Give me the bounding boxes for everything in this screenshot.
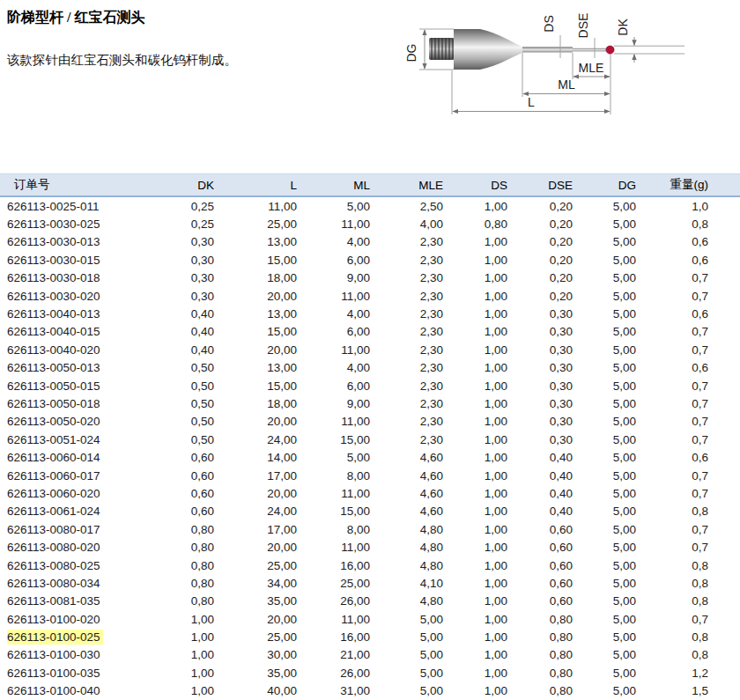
table-row: 626113-0050-0200,5020,0011,002,301,000,3… <box>0 413 740 431</box>
value-cell: 15,00 <box>297 503 370 520</box>
value-cell: 2,30 <box>370 269 443 287</box>
value-cell: 0,30 <box>172 269 214 287</box>
value-cell: 5,00 <box>573 377 636 394</box>
value-cell: 21,00 <box>297 646 370 664</box>
order-number-cell: 626113-0050-018 <box>0 394 172 412</box>
value-cell: 1,00 <box>443 448 507 466</box>
order-number-cell: 626113-0030-018 <box>0 269 172 287</box>
value-cell: 1,00 <box>443 610 507 628</box>
value-cell: 1,00 <box>172 682 214 700</box>
value-cell: 26,00 <box>297 593 370 610</box>
value-cell: 0,60 <box>172 484 214 502</box>
value-cell: 0,8 <box>636 215 740 232</box>
table-body: 626113-0025-0110,2511,005,002,501,000,20… <box>0 196 740 700</box>
value-cell: 5,00 <box>573 520 636 538</box>
value-cell: 5,00 <box>573 556 636 574</box>
value-cell: 1,00 <box>443 646 507 664</box>
value-cell: 1,00 <box>443 359 507 377</box>
value-cell: 1,00 <box>443 484 507 502</box>
value-cell: 0,7 <box>636 269 740 287</box>
value-cell: 40,00 <box>214 682 297 700</box>
value-cell: 4,60 <box>370 503 443 520</box>
order-number-cell: 626113-0050-015 <box>0 377 172 394</box>
value-cell: 5,00 <box>573 484 636 502</box>
value-cell: 0,50 <box>172 377 214 394</box>
value-cell: 4,80 <box>370 520 443 538</box>
value-cell: 20,00 <box>214 538 297 556</box>
value-cell: 0,20 <box>507 196 573 215</box>
dim-label-dk: DK <box>616 18 630 36</box>
value-cell: 1,00 <box>172 610 214 628</box>
value-cell: 17,00 <box>214 520 297 538</box>
value-cell: 5,00 <box>370 610 443 628</box>
value-cell: 5,00 <box>573 196 636 215</box>
value-cell: 5,00 <box>573 574 636 592</box>
order-number-cell: 626113-0060-020 <box>0 484 172 502</box>
table-row: 626113-0051-0240,5024,0015,002,301,000,3… <box>0 431 740 448</box>
table-row: 626113-0080-0250,8025,0016,004,801,000,6… <box>0 556 740 574</box>
value-cell: 11,00 <box>297 287 370 305</box>
table-row: 626113-0030-0250,2525,0011,004,000,800,2… <box>0 215 740 232</box>
value-cell: 0,7 <box>636 413 740 431</box>
value-cell: 4,00 <box>297 359 370 377</box>
value-cell: 0,50 <box>172 431 214 448</box>
value-cell: 5,00 <box>573 467 636 484</box>
value-cell: 5,00 <box>370 664 443 682</box>
value-cell: 4,60 <box>370 484 443 502</box>
value-cell: 0,20 <box>507 287 573 305</box>
value-cell: 0,50 <box>172 359 214 377</box>
column-header: L <box>214 174 297 197</box>
value-cell: 1,00 <box>443 305 507 322</box>
value-cell: 1,5 <box>636 682 740 700</box>
value-cell: 13,00 <box>214 305 297 322</box>
value-cell: 4,80 <box>370 556 443 574</box>
value-cell: 5,00 <box>297 448 370 466</box>
value-cell: 1,00 <box>443 196 507 215</box>
value-cell: 0,80 <box>172 538 214 556</box>
value-cell: 0,80 <box>443 215 507 232</box>
value-cell: 0,30 <box>172 287 214 305</box>
value-cell: 5,00 <box>573 538 636 556</box>
table-row: 626113-0040-0150,4015,006,002,301,000,30… <box>0 323 740 341</box>
order-number-cell: 626113-0061-024 <box>0 503 172 520</box>
value-cell: 1,00 <box>443 503 507 520</box>
value-cell: 24,00 <box>214 431 297 448</box>
value-cell: 1,00 <box>443 520 507 538</box>
order-number-cell: 626113-0060-017 <box>0 467 172 484</box>
value-cell: 0,50 <box>172 413 214 431</box>
value-cell: 9,00 <box>297 394 370 412</box>
table-row: 626113-0030-0130,3013,004,002,301,000,20… <box>0 233 740 251</box>
value-cell: 0,8 <box>636 556 740 574</box>
value-cell: 5,00 <box>573 359 636 377</box>
column-header: DSE <box>507 174 573 197</box>
table-row: 626113-0080-0170,8017,008,004,801,000,60… <box>0 520 740 538</box>
stem-ds <box>522 47 573 52</box>
value-cell: 34,00 <box>214 574 297 592</box>
value-cell: 0,6 <box>636 233 740 251</box>
value-cell: 35,00 <box>214 593 297 610</box>
value-cell: 20,00 <box>214 610 297 628</box>
value-cell: 5,00 <box>297 196 370 215</box>
value-cell: 15,00 <box>297 431 370 448</box>
value-cell: 0,40 <box>507 503 573 520</box>
value-cell: 0,60 <box>172 448 214 466</box>
value-cell: 11,00 <box>214 196 297 215</box>
value-cell: 8,00 <box>297 520 370 538</box>
value-cell: 5,00 <box>573 215 636 232</box>
value-cell: 0,80 <box>507 628 573 645</box>
order-number-cell: 626113-0040-020 <box>0 341 172 358</box>
order-number-cell: 626113-0030-015 <box>0 251 172 269</box>
value-cell: 1,00 <box>443 664 507 682</box>
table-row: 626113-0060-0200,6020,0011,004,601,000,4… <box>0 484 740 502</box>
value-cell: 6,00 <box>297 323 370 341</box>
value-cell: 1,00 <box>172 628 214 645</box>
value-cell: 0,8 <box>636 574 740 592</box>
value-cell: 0,25 <box>172 196 214 215</box>
value-cell: 0,40 <box>172 323 214 341</box>
value-cell: 6,00 <box>297 251 370 269</box>
value-cell: 11,00 <box>297 484 370 502</box>
value-cell: 0,25 <box>172 215 214 232</box>
table-row: 626113-0081-0350,8035,0026,004,801,000,6… <box>0 593 740 610</box>
order-number-cell: 626113-0081-035 <box>0 593 172 610</box>
order-number-cell: 626113-0100-020 <box>0 610 172 628</box>
